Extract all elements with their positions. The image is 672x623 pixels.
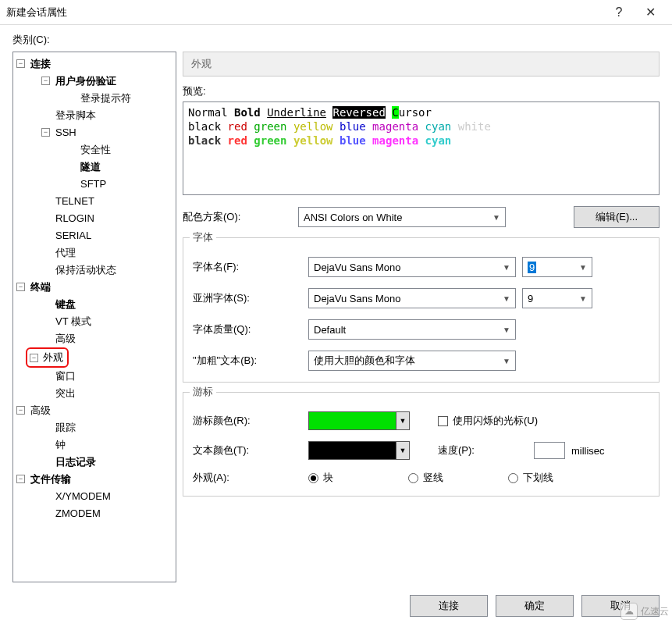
close-button[interactable]: ✕ [635, 0, 666, 25]
category-tree[interactable]: −连接 −用户身份验证 登录提示符 登录脚本 −SSH 安全性 隧道 SFTP [12, 52, 176, 582]
tree-trace[interactable]: 跟踪 [54, 422, 77, 433]
watermark: ☁ 亿速云 [620, 603, 669, 620]
asian-font-label: 亚洲字体(S): [193, 291, 302, 305]
font-name-combo[interactable]: DejaVu Sans Mono▼ [308, 257, 516, 277]
color-swatch-icon [309, 412, 396, 429]
font-group: 字体 字体名(F): DejaVu Sans Mono▼ 9▼ 亚洲字体(S):… [183, 237, 660, 383]
tree-advanced[interactable]: 高级 [29, 404, 52, 416]
preview-label: 预览: [183, 84, 660, 98]
chevron-down-icon: ▼ [396, 442, 409, 459]
tree-security[interactable]: 安全性 [79, 144, 112, 155]
prev-cursor-rest: ursor [399, 106, 432, 119]
text-color-label: 文本颜色(T): [193, 443, 302, 457]
cursor-group: 游标 游标颜色(R): ▼ 使用闪烁的光标(U) 文本颜色(T): ▼ 速度(P… [183, 392, 660, 497]
connect-button[interactable]: 连接 [410, 595, 488, 617]
bold-text-combo[interactable]: 使用大胆的颜色和字体▼ [308, 351, 516, 371]
expander-icon[interactable]: − [16, 59, 25, 68]
tree-filetransfer[interactable]: 文件传输 [29, 473, 73, 485]
tree-telnet[interactable]: TELNET [54, 195, 96, 207]
tree-terminal[interactable]: 终端 [29, 281, 52, 293]
font-quality-combo[interactable]: Default▼ [308, 319, 516, 340]
tree-window[interactable]: 窗口 [54, 370, 77, 382]
tree-login-prompt[interactable]: 登录提示符 [79, 92, 133, 104]
tree-vtmode[interactable]: VT 模式 [54, 315, 93, 327]
colorscheme-label: 配色方案(O): [183, 210, 292, 224]
tree-tunnel[interactable]: 隧道 [79, 161, 102, 173]
speed-input[interactable] [534, 442, 565, 459]
text-color-picker[interactable]: ▼ [308, 441, 410, 460]
chevron-down-icon: ▼ [579, 294, 587, 303]
chevron-down-icon: ▼ [503, 263, 510, 272]
expander-icon[interactable]: − [16, 283, 25, 291]
tree-xymodem[interactable]: X/YMODEM [54, 490, 112, 502]
font-quality-label: 字体质量(Q): [193, 322, 302, 336]
blink-label: 使用闪烁的光标(U) [453, 414, 538, 428]
expander-icon[interactable]: − [16, 475, 25, 483]
tree-serial[interactable]: SERIAL [54, 230, 93, 241]
expander-icon[interactable]: − [16, 406, 25, 415]
edit-colorscheme-button[interactable]: 编辑(E)... [574, 206, 660, 228]
speed-unit: millisec [571, 445, 605, 457]
colorscheme-combo[interactable]: ANSI Colors on White▼ [298, 207, 506, 227]
radio-block[interactable] [308, 473, 318, 483]
cursor-color-label: 游标颜色(R): [193, 414, 302, 428]
titlebar: 新建会话属性 ? ✕ [0, 0, 672, 25]
tree-highlight[interactable]: 突出 [54, 387, 77, 399]
cloud-icon: ☁ [620, 603, 638, 620]
tree-auth[interactable]: 用户身份验证 [54, 75, 118, 87]
font-size-combo[interactable]: 9▼ [522, 257, 592, 277]
tree-logging[interactable]: 日志记录 [54, 456, 98, 468]
chevron-down-icon: ▼ [396, 412, 409, 429]
prev-cursor-c: C [392, 106, 398, 119]
tree-keepalive[interactable]: 保持活动状态 [54, 264, 118, 276]
tree-zmodem[interactable]: ZMODEM [54, 507, 102, 519]
tree-rlogin[interactable]: RLOGIN [54, 212, 96, 224]
chevron-down-icon: ▼ [503, 326, 510, 334]
cursor-group-title: 游标 [190, 385, 216, 399]
font-name-label: 字体名(F): [193, 260, 302, 274]
asian-size-combo[interactable]: 9▼ [522, 288, 592, 308]
prev-reversed: Reversed [332, 106, 385, 119]
cursor-color-picker[interactable]: ▼ [308, 411, 410, 430]
section-title: 外观 [183, 52, 660, 77]
color-swatch-icon [309, 442, 396, 459]
expander-icon[interactable]: − [30, 354, 38, 362]
cursor-appearance-label: 外观(A): [193, 471, 302, 485]
font-group-title: 字体 [190, 230, 216, 244]
chevron-down-icon: ▼ [579, 263, 587, 272]
preview-box: Normal Bold Underline Reversed Cursor bl… [183, 101, 660, 195]
expander-icon[interactable]: − [41, 128, 50, 137]
prev-underline: Underline [267, 106, 326, 119]
tree-appearance[interactable]: 外观 [41, 351, 65, 363]
chevron-down-icon: ▼ [492, 213, 500, 222]
tree-sftp[interactable]: SFTP [79, 178, 108, 190]
chevron-down-icon: ▼ [503, 357, 510, 365]
expander-icon[interactable]: − [41, 77, 50, 85]
tree-connection[interactable]: 连接 [29, 58, 52, 69]
asian-font-combo[interactable]: DejaVu Sans Mono▼ [308, 288, 516, 308]
category-label: 类别(C): [12, 33, 50, 47]
blink-checkbox[interactable] [438, 416, 448, 426]
prev-normal: Normal [188, 106, 228, 119]
ok-button[interactable]: 确定 [496, 595, 574, 617]
tree-bell[interactable]: 钟 [54, 439, 67, 450]
help-button[interactable]: ? [603, 0, 635, 25]
radio-vline[interactable] [408, 473, 418, 483]
prev-bold: Bold [234, 106, 261, 119]
speed-label: 速度(P): [438, 443, 475, 457]
tree-advanced-term[interactable]: 高级 [54, 333, 77, 344]
tree-proxy[interactable]: 代理 [54, 247, 77, 258]
tree-login-script[interactable]: 登录脚本 [54, 109, 98, 121]
bold-text-label: "加粗"文本(B): [193, 354, 302, 368]
radio-underline[interactable] [508, 473, 518, 483]
tree-keyboard[interactable]: 键盘 [54, 298, 77, 310]
window-title: 新建会话属性 [6, 5, 603, 20]
chevron-down-icon: ▼ [503, 294, 510, 303]
tree-ssh[interactable]: SSH [54, 126, 78, 138]
